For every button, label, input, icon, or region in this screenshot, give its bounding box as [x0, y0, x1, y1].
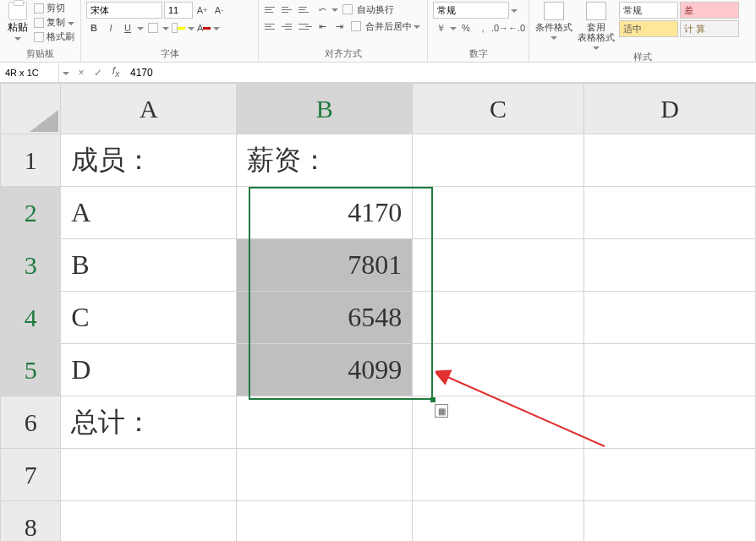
- format-as-table-button[interactable]: 套用 表格格式: [577, 2, 616, 51]
- row-header-7[interactable]: 7: [1, 449, 61, 501]
- formula-confirm-button[interactable]: ✓: [90, 67, 107, 79]
- cell-c2[interactable]: [413, 187, 584, 239]
- column-header-a[interactable]: A: [61, 84, 237, 134]
- cell-d2[interactable]: [584, 187, 756, 239]
- align-left-button[interactable]: [264, 19, 279, 34]
- cell-a1[interactable]: 成员：: [61, 134, 237, 187]
- orientation-button[interactable]: ⤺: [315, 2, 330, 17]
- row-header-8[interactable]: 8: [1, 501, 61, 542]
- cell-c5[interactable]: [413, 344, 584, 396]
- wrap-text-button[interactable]: [340, 2, 355, 17]
- decrease-font-button[interactable]: A-: [211, 3, 227, 18]
- row-header-3[interactable]: 3: [1, 239, 61, 292]
- table-label: 套用 表格格式: [578, 22, 615, 42]
- group-label: 数字: [433, 47, 523, 62]
- quick-analysis-button[interactable]: ▦: [435, 404, 448, 418]
- chevron-down-icon: [414, 23, 420, 30]
- cell-a2[interactable]: A: [61, 187, 237, 239]
- cell-a6[interactable]: 总计：: [61, 396, 237, 449]
- border-button[interactable]: [145, 20, 161, 36]
- select-all-corner[interactable]: [1, 84, 61, 134]
- underline-button[interactable]: U: [120, 20, 135, 36]
- fill-color-button[interactable]: [171, 20, 186, 36]
- name-box[interactable]: [0, 63, 59, 82]
- font-size-select[interactable]: [164, 2, 193, 19]
- cell-d1[interactable]: [584, 134, 756, 187]
- decrease-decimal-button[interactable]: ←.0: [509, 20, 524, 36]
- cell-b4[interactable]: 6548: [237, 292, 413, 344]
- align-bottom-button[interactable]: [298, 2, 313, 17]
- cell-d6[interactable]: [584, 396, 756, 449]
- cond-label: 条件格式: [535, 22, 572, 32]
- cell-c4[interactable]: [413, 292, 584, 344]
- align-center-button[interactable]: [281, 19, 296, 34]
- cell-c1[interactable]: [413, 134, 584, 187]
- conditional-format-button[interactable]: 条件格式: [534, 2, 573, 41]
- cell-b3[interactable]: 7801: [237, 239, 413, 292]
- cell-style-good[interactable]: 适中: [619, 20, 678, 37]
- fx-icon[interactable]: fx: [107, 65, 125, 79]
- increase-decimal-button[interactable]: .0→: [492, 20, 507, 36]
- cell-c8[interactable]: [413, 501, 584, 542]
- decrease-indent-button[interactable]: ⇤: [315, 19, 330, 34]
- cell-style-calc[interactable]: 计 算: [680, 20, 739, 37]
- group-font: A+ A- B I U A 字体: [81, 0, 259, 62]
- cell-c3[interactable]: [413, 239, 584, 292]
- column-header-b[interactable]: B: [237, 84, 413, 134]
- bucket-icon: [172, 23, 178, 33]
- number-format-select[interactable]: [433, 2, 509, 19]
- cell-b8[interactable]: [237, 501, 413, 542]
- align-top-button[interactable]: [264, 2, 279, 17]
- row-header-5[interactable]: 5: [1, 344, 61, 396]
- merge-center-button[interactable]: [348, 19, 364, 34]
- ribbon: 粘贴 剪切 复制 格式刷 剪贴板 A+ A- B I U: [0, 0, 756, 63]
- font-color-button[interactable]: A: [196, 20, 211, 36]
- chevron-down-icon[interactable]: [63, 69, 69, 76]
- increase-font-button[interactable]: A+: [194, 3, 210, 18]
- cell-d3[interactable]: [584, 239, 756, 292]
- italic-button[interactable]: I: [103, 20, 118, 36]
- cell-d5[interactable]: [584, 344, 756, 396]
- cell-a5[interactable]: D: [61, 344, 237, 396]
- cell-b6[interactable]: [237, 396, 413, 449]
- cell-style-bad[interactable]: 差: [680, 2, 739, 19]
- cell-b5[interactable]: 4099: [237, 344, 413, 396]
- cell-a7[interactable]: [61, 449, 237, 501]
- sheet-table[interactable]: A B C D 1 成员： 薪资： 2 A 4170 3 B 7801 4 C …: [0, 83, 756, 541]
- copy-button[interactable]: 复制: [34, 16, 74, 29]
- cell-style-normal[interactable]: 常规: [619, 2, 678, 19]
- cut-button[interactable]: 剪切: [34, 2, 74, 14]
- row-header-4[interactable]: 4: [1, 292, 61, 344]
- cell-b2[interactable]: 4170: [237, 187, 413, 239]
- cell-c7[interactable]: [413, 449, 584, 501]
- group-styles: 条件格式 套用 表格格式 常规 差 适中 计 算 样式: [529, 0, 756, 62]
- cell-d8[interactable]: [584, 501, 756, 542]
- formula-input[interactable]: [125, 63, 756, 82]
- cell-b7[interactable]: [237, 449, 413, 501]
- cell-a8[interactable]: [61, 501, 237, 542]
- row-header-6[interactable]: 6: [1, 396, 61, 449]
- column-header-d[interactable]: D: [584, 84, 756, 134]
- comma-button[interactable]: ,: [475, 20, 490, 36]
- bold-button[interactable]: B: [86, 20, 101, 36]
- cell-d7[interactable]: [584, 449, 756, 501]
- cell-a3[interactable]: B: [61, 239, 237, 292]
- brush-icon: [34, 32, 44, 42]
- row-header-1[interactable]: 1: [1, 134, 61, 187]
- format-painter-button[interactable]: 格式刷: [34, 30, 74, 43]
- currency-button[interactable]: ￥: [433, 20, 448, 36]
- cell-b1[interactable]: 薪资：: [237, 134, 413, 187]
- group-label: 对齐方式: [264, 47, 422, 62]
- align-middle-button[interactable]: [281, 2, 296, 17]
- cell-a4[interactable]: C: [61, 292, 237, 344]
- cell-d4[interactable]: [584, 292, 756, 344]
- formula-cancel-button[interactable]: ×: [73, 67, 90, 79]
- increase-indent-button[interactable]: ⇥: [331, 19, 347, 34]
- column-header-c[interactable]: C: [413, 84, 584, 134]
- row-header-2[interactable]: 2: [1, 187, 61, 239]
- percent-button[interactable]: %: [458, 20, 474, 36]
- fill-handle[interactable]: [430, 397, 436, 402]
- font-name-select[interactable]: [86, 2, 162, 19]
- align-right-button[interactable]: [298, 19, 313, 34]
- paste-button[interactable]: 粘贴: [5, 2, 30, 41]
